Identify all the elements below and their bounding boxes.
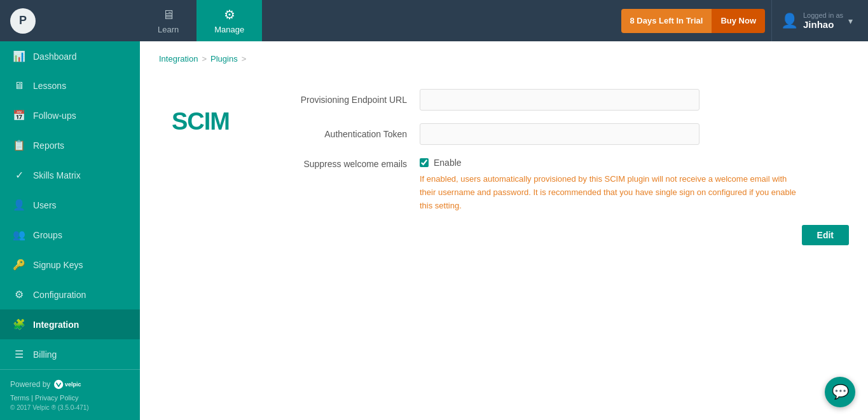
user-area: 👤 Logged in as Jinhao ▾ (771, 0, 862, 41)
scim-logo: SCIM (172, 89, 254, 135)
sidebar: 📊 Dashboard 🖥 Lessons 📅 Follow-ups 📋 Rep… (0, 41, 140, 420)
nav-item-learn[interactable]: 🖥 Learn (140, 0, 196, 41)
scim-section: SCIM Provisioning Endpoint URL Authentic… (159, 83, 849, 245)
trial-days: 8 Days Left In Trial (621, 9, 712, 33)
breadcrumb-plugins[interactable]: Plugins (210, 54, 238, 64)
endpoint-row: Provisioning Endpoint URL (293, 89, 849, 111)
top-navigation: P 🖥 Learn ⚙ Manage 8 Days Left In Trial … (0, 0, 868, 41)
users-icon: 👤 (13, 199, 25, 211)
endpoint-label: Provisioning Endpoint URL (293, 95, 420, 105)
powered-by-label: Powered by (10, 380, 50, 389)
token-input[interactable] (420, 123, 699, 145)
sidebar-footer: Powered by velpic Terms | Privacy Policy… (0, 369, 140, 420)
chat-icon: 💬 (832, 384, 849, 400)
app-logo: P (10, 8, 36, 34)
trial-badge: 8 Days Left In Trial Buy Now (621, 9, 766, 33)
sidebar-label-dashboard: Dashboard (33, 51, 77, 62)
sidebar-label-followups: Follow-ups (33, 111, 76, 121)
sidebar-label-groups: Groups (33, 230, 62, 240)
sidebar-label-lessons: Lessons (33, 81, 66, 91)
integration-icon: 🧩 (13, 318, 25, 330)
billing-icon: ☰ (13, 348, 25, 360)
suppress-content: Enable If enabled, users automatically p… (420, 158, 849, 212)
token-label: Authentication Token (293, 129, 420, 139)
sidebar-item-followups[interactable]: 📅 Follow-ups (0, 100, 140, 130)
sidebar-item-signup-keys[interactable]: 🔑 Signup Keys (0, 250, 140, 280)
nav-learn-label: Learn (158, 25, 179, 34)
sidebar-links: Terms | Privacy Policy (10, 394, 130, 402)
token-row: Authentication Token (293, 123, 849, 145)
enable-checkbox-row: Enable (420, 158, 849, 168)
lessons-icon: 🖥 (13, 80, 25, 91)
sidebar-label-integration: Integration (33, 320, 79, 330)
main-layout: 📊 Dashboard 🖥 Lessons 📅 Follow-ups 📋 Rep… (0, 41, 868, 420)
sidebar-item-users[interactable]: 👤 Users (0, 190, 140, 220)
right-area: 8 Days Left In Trial Buy Now 👤 Logged in… (621, 0, 869, 41)
sidebar-label-configuration: Configuration (33, 290, 86, 300)
powered-by: Powered by velpic (10, 379, 130, 390)
edit-button[interactable]: Edit (802, 225, 849, 245)
sidebar-item-dashboard[interactable]: 📊 Dashboard (0, 41, 140, 71)
suppress-label: Suppress welcome emails (293, 158, 420, 169)
logo-area: P (0, 8, 140, 34)
reports-icon: 📋 (13, 139, 25, 151)
followups-icon: 📅 (13, 109, 25, 121)
scim-form: Provisioning Endpoint URL Authentication… (293, 89, 849, 245)
enable-checkbox[interactable] (420, 158, 429, 167)
endpoint-input[interactable] (420, 89, 699, 111)
username-label: Jinhao (803, 19, 843, 30)
edit-btn-row: Edit (293, 225, 849, 245)
nav-manage-label: Manage (214, 25, 244, 34)
user-info: Logged in as Jinhao (803, 11, 843, 30)
gear-icon: ⚙ (224, 7, 235, 22)
logged-in-as-label: Logged in as (803, 11, 843, 19)
breadcrumb: Integration > Plugins > (159, 54, 849, 64)
svg-text:velpic: velpic (65, 381, 81, 388)
sidebar-label-users: Users (33, 200, 57, 210)
key-icon: 🔑 (13, 259, 25, 271)
sidebar-item-configuration[interactable]: ⚙ Configuration (0, 280, 140, 309)
chat-button[interactable]: 💬 (825, 377, 855, 407)
sidebar-label-reports: Reports (33, 140, 64, 151)
nav-items: 🖥 Learn ⚙ Manage (140, 0, 621, 41)
sidebar-item-reports[interactable]: 📋 Reports (0, 130, 140, 160)
privacy-link[interactable]: Privacy Policy (35, 394, 78, 402)
sidebar-item-integration[interactable]: 🧩 Integration (0, 309, 140, 339)
chevron-down-icon[interactable]: ▾ (848, 16, 853, 26)
dashboard-icon: 📊 (13, 50, 25, 62)
main-content: Integration > Plugins > SCIM Provisionin… (140, 41, 868, 420)
skills-icon: ✓ (13, 169, 25, 181)
config-icon: ⚙ (13, 288, 25, 301)
velpic-brand: velpic (54, 379, 87, 390)
copyright-text: © 2017 Velpic ® (3.5.0-471) (10, 404, 130, 411)
breadcrumb-sep-1: > (202, 54, 207, 64)
sidebar-label-signup-keys: Signup Keys (33, 260, 83, 270)
buy-now-button[interactable]: Buy Now (712, 9, 765, 33)
user-icon: 👤 (781, 13, 798, 29)
suppress-row: Suppress welcome emails Enable If enable… (293, 158, 849, 212)
monitor-icon: 🖥 (162, 8, 175, 22)
breadcrumb-sep-2: > (242, 54, 247, 64)
sidebar-item-skills-matrix[interactable]: ✓ Skills Matrix (0, 160, 140, 190)
terms-link[interactable]: Terms (10, 394, 29, 402)
enable-label: Enable (434, 158, 462, 168)
suppress-info-text: If enabled, users automatically provisio… (420, 173, 801, 212)
nav-item-manage[interactable]: ⚙ Manage (196, 0, 262, 41)
svg-point-0 (54, 380, 63, 389)
sidebar-item-groups[interactable]: 👥 Groups (0, 220, 140, 250)
sidebar-item-lessons[interactable]: 🖥 Lessons (0, 71, 140, 100)
sidebar-item-billing[interactable]: ☰ Billing (0, 339, 140, 369)
groups-icon: 👥 (13, 229, 25, 241)
sidebar-label-skills: Skills Matrix (33, 170, 81, 180)
sidebar-label-billing: Billing (33, 349, 57, 360)
breadcrumb-integration[interactable]: Integration (159, 54, 198, 64)
velpic-logo-svg: velpic (54, 379, 87, 390)
